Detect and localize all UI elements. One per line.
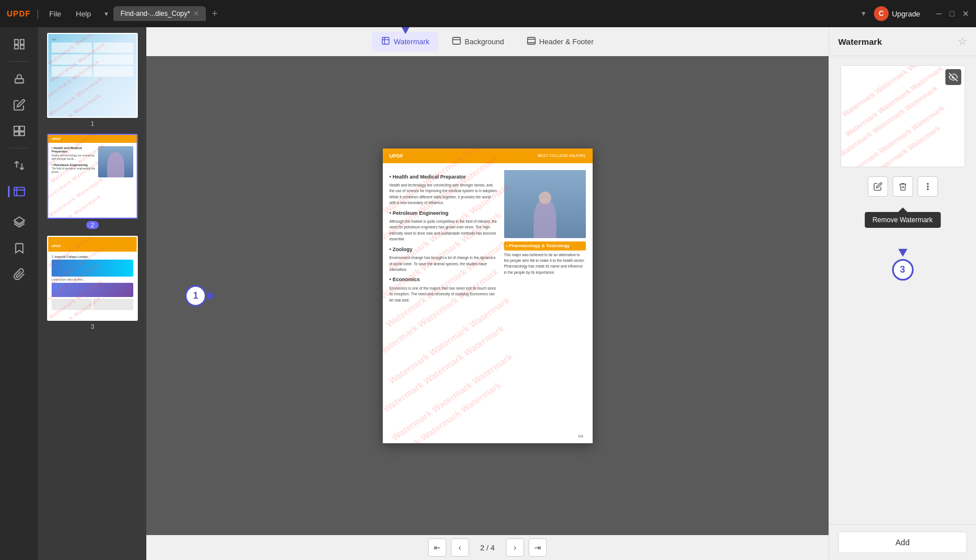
sidebar-divider-1 bbox=[9, 61, 29, 62]
pdf-section4-title: Zoology bbox=[390, 246, 498, 254]
thumbnail-panel: ≡≡≡ Watermark Watermark Watermark Waterm… bbox=[39, 27, 146, 560]
header-footer-icon bbox=[527, 36, 536, 47]
thumb-label-3: 3 bbox=[91, 323, 94, 330]
pdf-header-text: BEST COLLEGE MAJORS bbox=[538, 154, 585, 158]
app-logo: UPDF bbox=[7, 9, 31, 18]
maximize-btn[interactable]: □ bbox=[950, 9, 954, 18]
right-panel: Watermark ☆ Watermark Watermark Watermar… bbox=[829, 27, 976, 560]
nav-page-display: 2 / 4 bbox=[474, 544, 501, 552]
header-footer-tab-btn[interactable]: Header & Footer bbox=[518, 32, 603, 52]
watermark-preview: Watermark Watermark Watermark Watermark … bbox=[840, 65, 965, 167]
more-options-btn[interactable] bbox=[918, 176, 938, 197]
pdf-header: UPDF BEST COLLEGE MAJORS bbox=[383, 149, 593, 163]
sidebar-icon-convert[interactable] bbox=[7, 154, 32, 177]
delete-watermark-btn[interactable] bbox=[893, 176, 913, 197]
annotation-circle-1: 1 bbox=[185, 285, 206, 307]
thumb-img-1: ≡≡≡ Watermark Watermark Watermark Waterm… bbox=[47, 33, 138, 118]
svg-rect-14 bbox=[382, 37, 389, 44]
svg-rect-4 bbox=[15, 79, 23, 83]
active-tab[interactable]: Find-and-...dies_Copy* ✕ bbox=[113, 6, 206, 21]
pdf-section2-title: Petroleum Engineering bbox=[390, 210, 498, 218]
sidebar-icon-watermark[interactable] bbox=[7, 180, 32, 203]
watermark-icon bbox=[381, 36, 390, 47]
thumb-img-2: UPDF • Health and Medical Preparator Hea… bbox=[47, 134, 138, 219]
svg-rect-18 bbox=[527, 37, 535, 44]
right-panel-content: Watermark Watermark Watermark Watermark … bbox=[829, 56, 976, 524]
tab-dropdown-arrow[interactable]: ▼ bbox=[102, 10, 112, 18]
thumbnail-2[interactable]: UPDF • Health and Medical Preparator Hea… bbox=[44, 134, 141, 229]
sidebar-icon-layers[interactable] bbox=[7, 211, 32, 234]
watermark-tab-btn[interactable]: Watermark bbox=[372, 32, 438, 52]
svg-rect-9 bbox=[19, 132, 24, 135]
page-viewer: 1 UPDF BEST COLLEGE MAJORS Health and Me… bbox=[146, 56, 829, 535]
right-panel-title: Watermark bbox=[838, 37, 882, 46]
thumb-img-3: UPDF 7. Imperial College London Lorem ip… bbox=[47, 236, 138, 321]
svg-point-22 bbox=[927, 183, 928, 184]
user-avatar: C bbox=[874, 6, 889, 21]
background-icon bbox=[452, 36, 461, 47]
left-sidebar bbox=[0, 27, 39, 560]
person-image bbox=[504, 170, 586, 238]
help-menu[interactable]: Help bbox=[71, 7, 96, 20]
pdf-page: UPDF BEST COLLEGE MAJORS Health and Medi… bbox=[383, 149, 593, 443]
svg-rect-3 bbox=[20, 45, 23, 49]
minimize-btn[interactable]: ─ bbox=[936, 9, 942, 18]
main-area: ≡≡≡ Watermark Watermark Watermark Waterm… bbox=[0, 27, 976, 560]
sidebar-icon-organize[interactable] bbox=[7, 120, 32, 142]
nav-last-btn[interactable]: ⇥ bbox=[529, 538, 547, 557]
titlebar-divider: | bbox=[36, 8, 39, 20]
svg-rect-2 bbox=[14, 45, 18, 49]
tab-area: ▼ Find-and-...dies_Copy* ✕ + bbox=[102, 6, 855, 21]
pdf-section1-text: Health and technology are connecting wit… bbox=[390, 183, 498, 206]
upgrade-button[interactable]: C Upgrade bbox=[874, 6, 920, 21]
pdf-section5-text: Economics is one of the majors that has … bbox=[390, 286, 498, 303]
close-btn[interactable]: ✕ bbox=[962, 9, 969, 18]
background-tab-label: Background bbox=[464, 37, 504, 46]
window-dropdown[interactable]: ▼ bbox=[860, 10, 867, 18]
annotation-circle-3: 3 bbox=[892, 259, 914, 281]
svg-rect-10 bbox=[14, 188, 24, 196]
thumbnail-3[interactable]: UPDF 7. Imperial College London Lorem ip… bbox=[44, 236, 141, 330]
svg-rect-1 bbox=[20, 40, 23, 44]
toolbar: Watermark 2 Background bbox=[146, 27, 829, 56]
titlebar: UPDF | File Help ▼ Find-and-...dies_Copy… bbox=[0, 0, 976, 27]
hide-watermark-btn[interactable] bbox=[945, 69, 961, 85]
tab-close-btn[interactable]: ✕ bbox=[193, 10, 199, 18]
pdf-left-col: Health and Medical Preparator Health and… bbox=[390, 170, 498, 303]
header-footer-tab-label: Header & Footer bbox=[539, 37, 594, 46]
sidebar-divider-2 bbox=[9, 148, 29, 149]
nav-first-btn[interactable]: ⇤ bbox=[428, 538, 446, 557]
upgrade-label: Upgrade bbox=[892, 10, 920, 18]
favorite-star-icon[interactable]: ☆ bbox=[958, 35, 967, 48]
tab-add-btn[interactable]: + bbox=[208, 8, 221, 20]
watermark-tab-label: Watermark bbox=[394, 37, 429, 46]
sidebar-icon-bookmark[interactable] bbox=[7, 237, 32, 260]
pdf-section2-text: Although the market is quite competitive… bbox=[390, 219, 498, 243]
sidebar-icon-edit[interactable] bbox=[7, 94, 32, 116]
thumbnail-1[interactable]: ≡≡≡ Watermark Watermark Watermark Waterm… bbox=[44, 33, 141, 127]
pdf-section1-title: Health and Medical Preparator bbox=[390, 173, 498, 181]
titlebar-right: ▼ C Upgrade ─ □ ✕ bbox=[860, 6, 969, 21]
sidebar-icon-stamp[interactable] bbox=[7, 67, 32, 90]
svg-rect-7 bbox=[19, 126, 24, 131]
sidebar-icon-attachment[interactable] bbox=[7, 263, 32, 286]
add-watermark-btn[interactable]: Add bbox=[838, 532, 967, 553]
pdf-section4-text: Environment change has brought a lot of … bbox=[390, 255, 498, 273]
nav-next-btn[interactable]: › bbox=[506, 538, 524, 557]
svg-point-23 bbox=[927, 186, 928, 187]
nav-prev-btn[interactable]: ‹ bbox=[451, 538, 469, 557]
svg-rect-0 bbox=[14, 40, 18, 44]
pdf-content: Health and Medical Preparator Health and… bbox=[383, 163, 593, 310]
edit-watermark-btn[interactable] bbox=[868, 176, 888, 197]
svg-point-24 bbox=[927, 189, 928, 190]
thumb-label-2: 2 bbox=[86, 221, 99, 229]
file-menu[interactable]: File bbox=[45, 7, 66, 20]
background-tab-btn[interactable]: Background bbox=[443, 32, 513, 52]
watermark-actions: Remove Watermark bbox=[838, 176, 967, 197]
remove-watermark-tooltip: Remove Watermark bbox=[864, 212, 940, 228]
window-controls: ─ □ ✕ bbox=[936, 9, 969, 18]
pdf-section3-title: Pharmacology & Toxicology bbox=[504, 241, 586, 251]
svg-rect-6 bbox=[14, 126, 18, 131]
right-panel-header: Watermark ☆ bbox=[829, 27, 976, 56]
sidebar-icon-read[interactable] bbox=[7, 33, 32, 56]
